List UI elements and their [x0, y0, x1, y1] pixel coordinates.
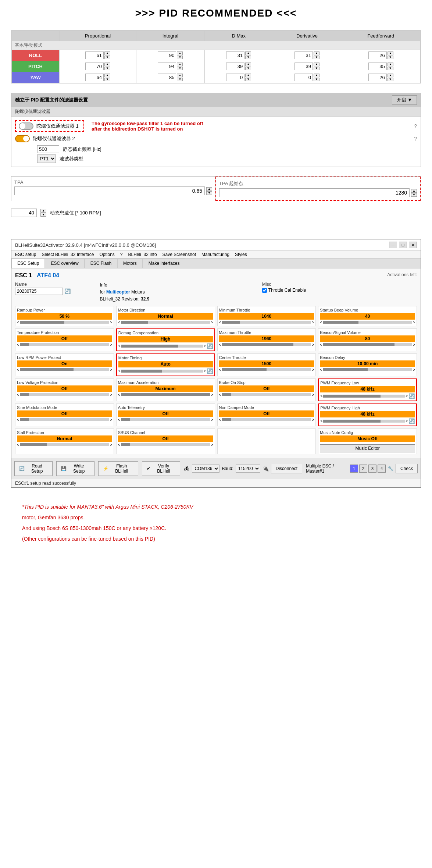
yaw-feedforward[interactable]	[368, 74, 387, 81]
minthrottle-right[interactable]: >	[312, 320, 314, 324]
roll-proportional[interactable]	[85, 51, 104, 59]
rampup-right-arrow[interactable]: >	[110, 320, 112, 324]
pitch-feedforward[interactable]	[368, 63, 387, 70]
pwmhigh-right[interactable]: >	[406, 419, 408, 423]
beepvol-right[interactable]: >	[413, 320, 415, 324]
yaw-i-down[interactable]: ▼	[177, 78, 183, 81]
maxaccel-left[interactable]: <	[118, 393, 120, 397]
yaw-p-down[interactable]: ▼	[104, 78, 110, 81]
pitch-p-down[interactable]: ▼	[104, 67, 110, 70]
roll-d-down[interactable]: ▼	[245, 56, 251, 59]
yaw-p-up[interactable]: ▲	[104, 74, 110, 77]
idle-up[interactable]: ▲	[40, 209, 46, 213]
tpa-start-up[interactable]: ▲	[411, 189, 417, 193]
yaw-ff-up[interactable]: ▲	[388, 74, 393, 77]
yaw-i-up[interactable]: ▲	[177, 74, 183, 77]
com-select[interactable]: COM136	[192, 465, 219, 473]
menu-help[interactable]: ?	[120, 252, 123, 257]
sbus-left[interactable]: <	[118, 443, 120, 447]
yaw-d-down[interactable]: ▼	[245, 78, 251, 81]
filter1-toggle[interactable]	[19, 122, 33, 130]
music-editor-btn[interactable]: Music Editor	[320, 444, 415, 452]
sbus-right[interactable]: >	[211, 443, 213, 447]
tab-esc-flash[interactable]: ESC Flash	[85, 259, 117, 268]
yaw-drv-down[interactable]: ▼	[314, 78, 319, 81]
filter1-help-icon[interactable]: ?	[414, 123, 417, 129]
menu-styles[interactable]: Styles	[235, 252, 247, 257]
yaw-integral[interactable]	[158, 74, 176, 81]
esc-num-4[interactable]: 4	[378, 465, 386, 473]
tpa-input[interactable]	[14, 186, 205, 195]
timing-right[interactable]: >	[204, 369, 206, 373]
read-setup-btn[interactable]: 🔄 Read Setup	[14, 461, 53, 476]
roll-drv-up[interactable]: ▲	[314, 51, 319, 55]
menu-save-screenshot[interactable]: Save Screenshot	[163, 252, 196, 257]
maxthrottle-left[interactable]: <	[219, 343, 221, 347]
tempprot-right[interactable]: >	[110, 343, 112, 347]
stall-left[interactable]: <	[17, 443, 19, 447]
beaconsig-right[interactable]: >	[413, 343, 415, 347]
tpa-start-input[interactable]	[219, 188, 410, 197]
pitch-derivative[interactable]	[294, 63, 313, 70]
close-btn[interactable]: ✕	[409, 242, 417, 248]
pitch-i-down[interactable]: ▼	[177, 67, 183, 70]
throttle-cal-checkbox[interactable]	[262, 288, 267, 293]
pwmhigh-refresh[interactable]: 🔄	[408, 418, 415, 424]
disconnect-btn[interactable]: Disconnect	[271, 464, 302, 473]
roll-dmax[interactable]	[226, 51, 244, 59]
pitch-ff-up[interactable]: ▲	[388, 63, 393, 66]
tab-make-interfaces[interactable]: Make interfaces	[143, 259, 186, 268]
rampup-left-arrow[interactable]: <	[17, 320, 19, 324]
timing-refresh[interactable]: 🔄	[207, 368, 213, 374]
pwmlow-left[interactable]: <	[320, 394, 322, 398]
yaw-derivative[interactable]	[294, 74, 313, 81]
lowrpm-right[interactable]: >	[110, 368, 112, 372]
filter-toggle-btn[interactable]: 开启 ▼	[392, 95, 417, 105]
tpa-down[interactable]: ▼	[206, 191, 212, 195]
yaw-drv-up[interactable]: ▲	[314, 74, 319, 77]
motdir-left[interactable]: <	[118, 320, 120, 324]
minthrottle-left[interactable]: <	[219, 320, 221, 324]
maxaccel-right[interactable]: >	[211, 393, 213, 397]
telemetry-right[interactable]: >	[211, 418, 213, 422]
motdir-right[interactable]: >	[211, 320, 213, 324]
pwmlow-right[interactable]: >	[406, 394, 408, 398]
pitch-proportional[interactable]	[85, 63, 104, 70]
idle-down[interactable]: ▼	[40, 213, 46, 217]
timing-left[interactable]: <	[118, 369, 121, 373]
roll-drv-down[interactable]: ▼	[314, 56, 319, 59]
beaconsig-left[interactable]: <	[320, 343, 322, 347]
tpa-start-down[interactable]: ▼	[411, 193, 417, 197]
demag-refresh[interactable]: 🔄	[207, 343, 213, 349]
flash-blheli-btn[interactable]: ⚡ Flash BLHeli	[98, 461, 138, 476]
roll-p-up[interactable]: ▲	[104, 51, 110, 55]
pitch-p-up[interactable]: ▲	[104, 63, 110, 66]
pitch-drv-down[interactable]: ▼	[314, 67, 319, 70]
tempprot-left[interactable]: <	[17, 343, 19, 347]
roll-feedforward[interactable]	[368, 51, 387, 59]
write-setup-btn[interactable]: 💾 Write Setup	[56, 461, 94, 476]
tab-motors[interactable]: Motors	[117, 259, 143, 268]
nondamped-right[interactable]: >	[312, 418, 314, 422]
pwmlow-refresh[interactable]: 🔄	[408, 393, 415, 399]
refresh-icon[interactable]: 🔄	[64, 288, 71, 294]
esc-num-3[interactable]: 3	[368, 465, 376, 473]
roll-d-up[interactable]: ▲	[245, 51, 251, 55]
centerthrottle-right[interactable]: >	[312, 368, 314, 372]
tab-esc-setup[interactable]: ESC Setup	[11, 259, 45, 268]
roll-i-down[interactable]: ▼	[177, 56, 183, 59]
yaw-d-up[interactable]: ▲	[245, 74, 251, 77]
menu-esc-setup[interactable]: ESC setup	[15, 252, 36, 257]
nondamped-left[interactable]: <	[219, 418, 221, 422]
esc-num-1[interactable]: 1	[350, 465, 358, 473]
sine-right[interactable]: >	[110, 418, 112, 422]
lowvolt-left[interactable]: <	[17, 393, 19, 397]
beacondelay-left[interactable]: <	[320, 368, 322, 372]
roll-integral[interactable]	[158, 51, 176, 59]
menu-select-interface[interactable]: Select BLHeli_32 Interface	[42, 252, 94, 257]
baud-select[interactable]: 115200	[236, 465, 260, 473]
pitch-d-up[interactable]: ▲	[245, 63, 251, 66]
roll-ff-down[interactable]: ▼	[388, 56, 393, 59]
filter2-help-icon[interactable]: ?	[414, 136, 417, 142]
lowvolt-right[interactable]: >	[110, 393, 112, 397]
